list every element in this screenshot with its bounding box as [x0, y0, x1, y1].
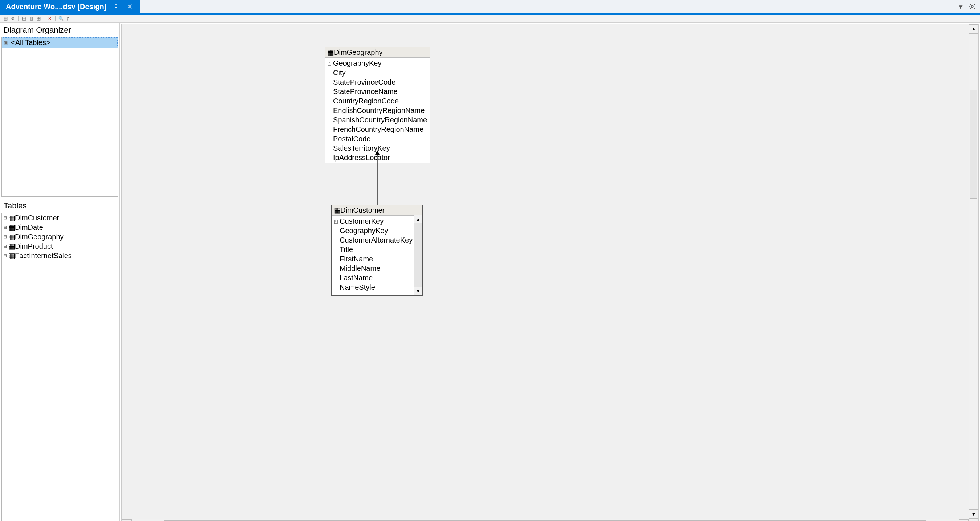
expand-icon[interactable]: ⊞ [3, 244, 8, 249]
designer-body: Diagram Organizer ▣ <All Tables> Tables … [0, 22, 980, 521]
diagram-item-all-tables[interactable]: ▣ <All Tables> [2, 37, 118, 48]
tab-strip-right-controls: ▾ [957, 0, 980, 13]
toolbar-separator [18, 16, 19, 21]
diagram-table-dimgeography[interactable]: ▦DimGeographyGeographyKeyCityStateProvin… [325, 47, 430, 163]
table-item-label: DimDate [15, 223, 43, 232]
tables-list[interactable]: ⊞ ▦ DimCustomer ⊞ ▦ DimDate ⊞ ▦ DimGeogr… [2, 213, 118, 521]
window-root: Adventure Wo....dsv [Design] ▾ ▦ ↻ ▤ ▥ ▧… [0, 0, 980, 521]
column-countryregioncode[interactable]: CountryRegionCode [325, 96, 430, 106]
column-firstname[interactable]: FirstName [332, 254, 414, 264]
toolbar-btn-3[interactable]: ▤ [21, 16, 27, 21]
toolbar-btn-5[interactable]: ▧ [36, 16, 41, 21]
column-postalcode[interactable]: PostalCode [325, 134, 430, 143]
diagram-canvas[interactable]: ▦DimGeographyGeographyKeyCityStateProvin… [121, 24, 978, 521]
vertical-scrollbar[interactable]: ▲ ▼ [969, 24, 978, 519]
column-namestyle[interactable]: NameStyle [332, 282, 414, 292]
close-icon[interactable] [126, 3, 134, 11]
scroll-up-icon[interactable]: ▲ [969, 24, 978, 34]
svg-marker-2 [375, 150, 380, 155]
left-side-panel: Diagram Organizer ▣ <All Tables> Tables … [0, 22, 120, 521]
table-item-factinternetsales[interactable]: ⊞ ▦ FactInternetSales [2, 251, 118, 260]
scroll-down-icon[interactable]: ▼ [414, 287, 422, 295]
diagram-organizer-tree[interactable]: ▣ <All Tables> [2, 37, 118, 197]
scroll-left-icon[interactable]: ◀ [121, 519, 132, 521]
active-document-tab[interactable]: Adventure Wo....dsv [Design] [0, 0, 140, 13]
table-item-dimdate[interactable]: ⊞ ▦ DimDate [2, 223, 118, 232]
column-lastname[interactable]: LastName [332, 273, 414, 282]
table-item-dimcustomer[interactable]: ⊞ ▦ DimCustomer [2, 213, 118, 223]
toolbar-btn-refresh[interactable]: ↻ [10, 16, 15, 21]
expand-icon[interactable]: ⊞ [3, 234, 8, 239]
pin-icon[interactable] [112, 3, 120, 11]
column-title[interactable]: Title [332, 245, 414, 254]
scroll-up-icon[interactable]: ▲ [414, 215, 422, 223]
column-geographykey[interactable]: GeographyKey [332, 226, 414, 235]
table-item-dimgeography[interactable]: ⊞ ▦ DimGeography [2, 232, 118, 241]
toolbar-btn-1[interactable]: ▦ [3, 16, 8, 21]
column-geographykey[interactable]: GeographyKey [325, 59, 430, 68]
horizontal-scrollbar[interactable]: ◀ ▶ [121, 519, 969, 521]
diagram-item-label: <All Tables> [11, 38, 51, 47]
designer-toolbar: ▦ ↻ ▤ ▥ ▧ ✕ 🔍 ρ · [0, 14, 980, 22]
table-internal-scrollbar[interactable]: ▲▼ [414, 215, 422, 295]
scroll-track[interactable] [414, 223, 422, 287]
toolbar-separator [55, 16, 56, 21]
tab-title: Adventure Wo....dsv [Design] [6, 3, 106, 11]
table-icon: ▦ [8, 213, 13, 222]
diagram-table-columns: CustomerKeyGeographyKeyCustomerAlternate… [332, 216, 422, 293]
diagram-organizer-title: Diagram Organizer [0, 22, 119, 36]
column-spanishcountryregionname[interactable]: SpanishCountryRegionName [325, 115, 430, 124]
diagram-table-columns: GeographyKeyCityStateProvinceCodeStatePr… [325, 58, 430, 163]
column-frenchcountryregionname[interactable]: FrenchCountryRegionName [325, 124, 430, 134]
table-icon: ▦ [8, 223, 13, 232]
toolbar-btn-find[interactable]: ρ [66, 16, 71, 21]
column-englishcountryregionname[interactable]: EnglishCountryRegionName [325, 106, 430, 115]
diagram-table-dimcustomer[interactable]: ▦DimCustomerCustomerKeyGeographyKeyCusto… [331, 205, 423, 296]
expand-icon[interactable]: ⊞ [3, 225, 8, 230]
toolbar-btn-zoom[interactable]: 🔍 [59, 16, 64, 21]
expand-icon[interactable]: ⊞ [3, 253, 8, 258]
table-icon: ▦ [327, 48, 332, 57]
table-item-dimproduct[interactable]: ⊞ ▦ DimProduct [2, 241, 118, 251]
table-icon: ▦ [8, 251, 13, 260]
toolbar-btn-4[interactable]: ▥ [29, 16, 34, 21]
table-icon: ▦ [334, 206, 339, 215]
table-item-label: DimGeography [15, 233, 64, 241]
diagram-table-title: DimGeography [334, 48, 383, 57]
toolbar-btn-delete[interactable]: ✕ [47, 16, 52, 21]
table-icon: ▦ [8, 242, 13, 250]
scroll-right-icon[interactable]: ▶ [959, 519, 969, 521]
column-stateprovincename[interactable]: StateProvinceName [325, 87, 430, 96]
document-tab-strip: Adventure Wo....dsv [Design] ▾ [0, 0, 980, 14]
tables-panel-title: Tables [0, 198, 119, 212]
toolbar-btn-more[interactable]: · [73, 16, 78, 21]
toolbar-separator [44, 16, 44, 21]
svg-point-0 [971, 5, 974, 8]
relationship-line[interactable] [370, 150, 385, 208]
column-middlename[interactable]: MiddleName [332, 264, 414, 273]
table-item-label: FactInternetSales [15, 252, 72, 260]
vertical-scroll-thumb[interactable] [970, 90, 977, 199]
gear-icon[interactable] [968, 3, 976, 11]
table-item-label: DimProduct [15, 242, 52, 250]
table-item-label: DimCustomer [15, 214, 59, 222]
diagram-icon: ▣ [4, 40, 10, 45]
expand-icon[interactable]: ⊞ [3, 215, 8, 220]
column-customerkey[interactable]: CustomerKey [332, 217, 414, 226]
diagram-table-header[interactable]: ▦DimGeography [325, 47, 430, 58]
scroll-down-icon[interactable]: ▼ [969, 509, 978, 519]
pan-navigator-icon[interactable]: ✥ [969, 519, 978, 521]
dropdown-icon[interactable]: ▾ [957, 3, 965, 11]
diagram-canvas-wrapper: ▦DimGeographyGeographyKeyCityStateProvin… [121, 24, 978, 521]
column-stateprovincecode[interactable]: StateProvinceCode [325, 77, 430, 87]
column-city[interactable]: City [325, 68, 430, 77]
horizontal-scroll-track[interactable] [132, 519, 959, 521]
column-customeralternatekey[interactable]: CustomerAlternateKey [332, 235, 414, 245]
table-icon: ▦ [8, 233, 13, 241]
